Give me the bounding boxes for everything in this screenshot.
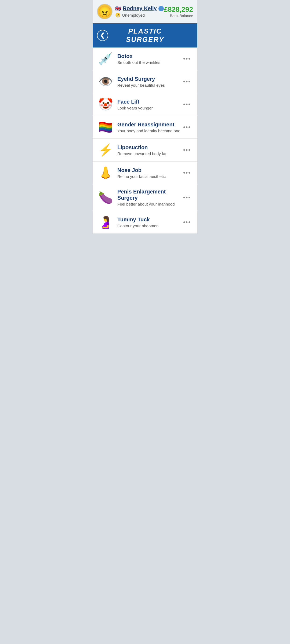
surgery-item[interactable]: 🍆 Penis Enlargement Surgery Feel better …	[93, 184, 197, 211]
surgery-description: Look years younger	[117, 106, 181, 110]
surgery-description: Refine your facial aesthetic	[117, 174, 181, 179]
surgery-name: Nose Job	[117, 167, 181, 173]
surgery-name: Face Lift	[117, 99, 181, 105]
surgery-more-button[interactable]: •••	[181, 217, 193, 228]
surgery-item[interactable]: 🏳️‍🌈 Gender Reassignment Your body and i…	[93, 116, 197, 139]
status-emoji: 😬	[115, 13, 121, 18]
surgery-more-button[interactable]: •••	[181, 167, 193, 178]
surgery-emoji: 👃	[97, 166, 114, 180]
flag-icon: 🇬🇧	[115, 6, 121, 12]
surgery-emoji: 💉	[97, 52, 114, 66]
back-button[interactable]: ❮	[97, 30, 108, 41]
header-left: 😠 🇬🇧 Rodney Kelly i 😬 Unemployed	[97, 4, 164, 19]
balance-amount: £828,292	[164, 5, 193, 14]
surgery-name: Gender Reassignment	[117, 122, 181, 128]
surgery-info: Eyelid Surgery Reveal your beautiful eye…	[117, 76, 181, 87]
surgery-more-button[interactable]: •••	[181, 53, 193, 64]
surgery-more-button[interactable]: •••	[181, 76, 193, 87]
bottom-area	[93, 233, 197, 287]
user-status: Unemployed	[122, 13, 145, 17]
surgery-info: Penis Enlargement Surgery Feel better ab…	[117, 189, 181, 206]
surgery-name: Eyelid Surgery	[117, 76, 181, 82]
avatar: 😠	[97, 4, 113, 19]
title-bar: ❮ PLASTIC SURGERY	[93, 23, 197, 47]
surgery-more-button[interactable]: •••	[181, 122, 193, 133]
surgery-item[interactable]: 👃 Nose Job Refine your facial aesthetic …	[93, 162, 197, 184]
surgery-item[interactable]: 👁️ Eyelid Surgery Reveal your beautiful …	[93, 70, 197, 93]
surgery-emoji: 🏳️‍🌈	[97, 120, 114, 134]
surgery-info: Face Lift Look years younger	[117, 99, 181, 110]
surgery-more-button[interactable]: •••	[181, 192, 193, 203]
surgery-name: Botox	[117, 53, 181, 59]
surgery-item[interactable]: 💉 Botox Smooth out the wrinkles •••	[93, 47, 197, 70]
surgery-name: Liposuction	[117, 144, 181, 151]
info-icon[interactable]: i	[158, 6, 164, 11]
surgery-description: Reveal your beautiful eyes	[117, 83, 181, 87]
surgery-description: Contour your abdomen	[117, 224, 181, 228]
user-name-row: 🇬🇧 Rodney Kelly i	[115, 5, 164, 12]
surgery-info: Botox Smooth out the wrinkles	[117, 53, 181, 65]
header: 😠 🇬🇧 Rodney Kelly i 😬 Unemployed £828,29…	[93, 0, 197, 23]
surgery-name: Penis Enlargement Surgery	[117, 189, 181, 201]
user-info: 🇬🇧 Rodney Kelly i 😬 Unemployed	[115, 5, 164, 18]
surgery-more-button[interactable]: •••	[181, 99, 193, 110]
surgery-info: Nose Job Refine your facial aesthetic	[117, 167, 181, 179]
surgery-emoji: 🤰	[97, 215, 114, 229]
balance-label: Bank Balance	[164, 14, 193, 18]
surgery-name: Tummy Tuck	[117, 217, 181, 223]
surgery-description: Feel better about your manhood	[117, 202, 181, 206]
header-right: £828,292 Bank Balance	[164, 5, 193, 18]
surgery-emoji: ⚡	[97, 143, 114, 157]
surgery-info: Liposuction Remove unwanted body fat	[117, 144, 181, 156]
surgery-description: Remove unwanted body fat	[117, 151, 181, 156]
surgery-more-button[interactable]: •••	[181, 144, 193, 156]
surgery-info: Tummy Tuck Contour your abdomen	[117, 217, 181, 228]
surgery-item[interactable]: 🤰 Tummy Tuck Contour your abdomen •••	[93, 211, 197, 233]
user-status-row: 😬 Unemployed	[115, 13, 164, 18]
surgery-info: Gender Reassignment Your body and identi…	[117, 122, 181, 133]
user-name[interactable]: Rodney Kelly	[123, 5, 157, 12]
surgery-emoji: 👁️	[97, 75, 114, 89]
surgery-description: Smooth out the wrinkles	[117, 60, 181, 65]
surgery-item[interactable]: 🤡 Face Lift Look years younger •••	[93, 93, 197, 116]
surgery-description: Your body and identity become one	[117, 129, 181, 133]
surgery-list: 💉 Botox Smooth out the wrinkles ••• 👁️ E…	[93, 47, 197, 233]
surgery-item[interactable]: ⚡ Liposuction Remove unwanted body fat •…	[93, 139, 197, 162]
surgery-emoji: 🤡	[97, 97, 114, 111]
page-title: PLASTIC SURGERY	[108, 27, 182, 44]
back-chevron-icon: ❮	[100, 32, 105, 39]
surgery-emoji: 🍆	[97, 191, 114, 204]
